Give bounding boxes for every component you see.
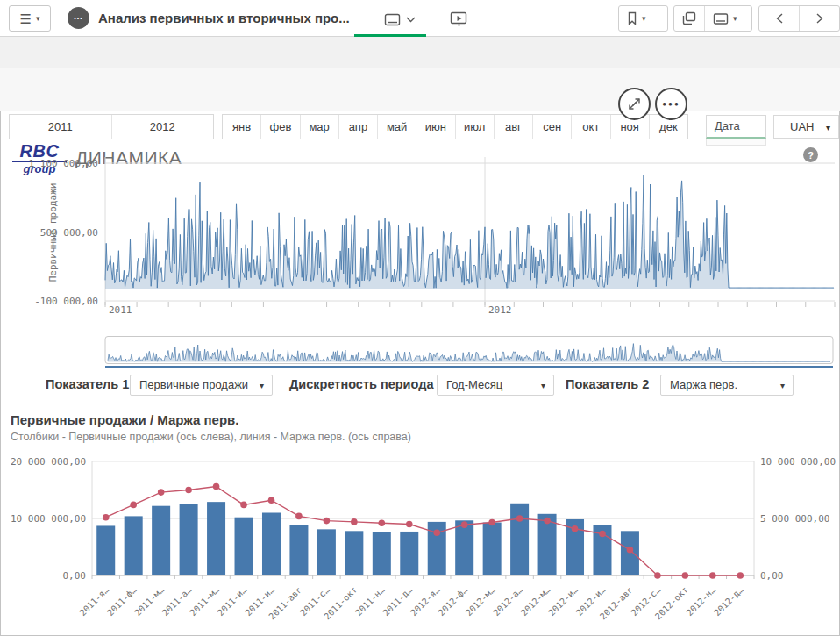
chart-options-button[interactable]: ●●● xyxy=(655,88,687,120)
duplicate-sheet-button[interactable] xyxy=(674,6,704,31)
period-label: Дискретность периода xyxy=(289,377,433,391)
previous-sheet-button[interactable] xyxy=(759,6,799,31)
month-cell-фев[interactable]: фев xyxy=(261,115,300,139)
monthly-combo-chart[interactable]: 20 000 000,0010 000 000,000,0010 000 000… xyxy=(0,449,840,636)
indicator2-label: Показатель 2 xyxy=(566,377,649,391)
month-cell-окт[interactable]: окт xyxy=(572,115,610,139)
svg-text:2012-м…: 2012-м… xyxy=(519,585,552,618)
marker-2011-фев[interactable] xyxy=(130,502,137,509)
marker-2011-апр[interactable] xyxy=(185,487,192,494)
period-value: Год-Месяц xyxy=(446,378,502,391)
bar-2011-июл[interactable] xyxy=(262,513,281,576)
marker-2012-авг[interactable] xyxy=(627,547,634,554)
bar-2012-фев[interactable] xyxy=(455,520,473,575)
bar-2011-янв[interactable] xyxy=(96,525,115,575)
bar-2011-ноя[interactable] xyxy=(373,532,391,575)
presentation-mode-icon[interactable] xyxy=(449,11,470,28)
marker-2011-дек[interactable] xyxy=(406,521,413,528)
current-sheet-button[interactable] xyxy=(377,9,423,30)
bar-2012-авг[interactable] xyxy=(621,531,639,575)
marker-2012-июл[interactable] xyxy=(599,531,606,538)
marker-2012-мар[interactable] xyxy=(488,519,495,526)
bar-2011-окт[interactable] xyxy=(345,531,363,575)
sheet-icon xyxy=(384,13,401,26)
app-title: Анализ первичных и вторичных про... xyxy=(98,0,350,37)
top-navbar: ☰ ▾ ••• Анализ первичных и вторичных про… xyxy=(0,0,840,37)
bar-2011-май[interactable] xyxy=(207,502,225,575)
marker-2011-июл[interactable] xyxy=(268,497,275,504)
svg-text:2012-а…: 2012-а… xyxy=(491,585,524,618)
month-cell-май[interactable]: май xyxy=(378,115,416,139)
marker-2012-фев[interactable] xyxy=(461,521,468,528)
bar-2011-сен[interactable] xyxy=(317,529,336,575)
svg-text:2012-н…: 2012-н… xyxy=(685,585,718,618)
marker-2011-ноя[interactable] xyxy=(379,519,386,526)
marker-2012-янв[interactable] xyxy=(433,529,440,536)
month-cell-июл[interactable]: июл xyxy=(456,115,495,139)
caret-down-icon: ▾ xyxy=(826,124,830,132)
marker-2012-окт[interactable] xyxy=(682,572,689,579)
month-cell-апр[interactable]: апр xyxy=(339,115,378,139)
marker-2012-сен[interactable] xyxy=(654,572,661,579)
bar-2011-фев[interactable] xyxy=(125,516,143,575)
marker-2011-июн[interactable] xyxy=(240,502,247,509)
period-dropdown[interactable]: Год-Месяц ▾ xyxy=(437,375,554,396)
year-cell-2011[interactable]: 2011 xyxy=(10,115,112,139)
marker-2012-май[interactable] xyxy=(544,518,551,525)
marker-2012-апр[interactable] xyxy=(516,515,523,522)
year-cell-2012[interactable]: 2012 xyxy=(112,115,214,139)
svg-text:1 100 000,00: 1 100 000,00 xyxy=(29,158,98,169)
app-thumbnail-icon: ••• xyxy=(68,7,89,29)
date-search-field[interactable]: Дата xyxy=(706,115,766,139)
selections-toolbar: Применены скрытые выборки Выборки xyxy=(0,37,840,68)
marker-2012-ноя[interactable] xyxy=(709,572,716,579)
month-cell-мар[interactable]: мар xyxy=(301,115,339,139)
daily-sales-line-chart[interactable]: 1 100 000,00500 000,00-100 000,002011201… xyxy=(0,145,840,325)
marker-2011-май[interactable] xyxy=(213,483,220,490)
indicator1-dropdown[interactable]: Первичные продажи ▾ xyxy=(130,375,273,396)
next-sheet-button[interactable] xyxy=(800,6,839,31)
marker-2011-янв[interactable] xyxy=(103,514,110,521)
navigator-scrollbar[interactable] xyxy=(105,366,833,368)
indicator2-dropdown[interactable]: Маржа перв. ▾ xyxy=(660,375,794,396)
chevron-down-icon xyxy=(406,17,416,23)
marker-2011-сен[interactable] xyxy=(324,518,331,525)
bookmark-icon xyxy=(627,11,637,25)
chevron-right-icon xyxy=(815,12,824,25)
date-search-underline xyxy=(706,139,766,146)
caret-down-icon: ▾ xyxy=(733,15,737,23)
month-filter-listbox: янвфевмарапрмайиюниюлавгсеноктноядек xyxy=(222,114,688,139)
svg-text:2011-д…: 2011-д… xyxy=(381,585,415,618)
caret-down-icon: ▾ xyxy=(642,15,646,23)
marker-2011-мар[interactable] xyxy=(158,489,165,496)
month-cell-янв[interactable]: янв xyxy=(223,115,261,139)
chart-navigator[interactable] xyxy=(0,333,840,372)
marker-2012-дек[interactable] xyxy=(737,572,744,579)
sheet-button-group: ▾ xyxy=(673,5,752,32)
bar-2012-мар[interactable] xyxy=(483,523,502,575)
sheet-list-button[interactable]: ▾ xyxy=(705,6,745,31)
month-cell-июн[interactable]: июн xyxy=(416,115,455,139)
svg-text:2011-а…: 2011-а… xyxy=(160,585,194,618)
expand-chart-button[interactable] xyxy=(618,88,651,120)
svg-text:5 000 000,00: 5 000 000,00 xyxy=(760,513,829,525)
marker-2011-авг[interactable] xyxy=(295,513,303,520)
bar-2011-мар[interactable] xyxy=(152,506,170,575)
svg-text:2011: 2011 xyxy=(109,304,132,316)
month-cell-авг[interactable]: авг xyxy=(495,115,533,139)
caret-down-icon: ▾ xyxy=(36,15,40,23)
bar-2011-авг[interactable] xyxy=(289,525,308,575)
bar-2012-апр[interactable] xyxy=(510,504,529,575)
qlik-dashboard-window: ☰ ▾ ••• Анализ первичных и вторичных про… xyxy=(0,0,840,636)
bookmark-button[interactable]: ▾ xyxy=(619,6,654,31)
month-cell-сен[interactable]: сен xyxy=(533,115,572,139)
marker-2012-июн[interactable] xyxy=(572,525,579,532)
marker-2011-окт[interactable] xyxy=(351,518,358,525)
combo-chart-title: Первичные продажи / Маржа перв. xyxy=(11,412,239,427)
bar-2011-апр[interactable] xyxy=(180,504,198,575)
bar-2011-дек[interactable] xyxy=(400,532,418,575)
currency-dropdown[interactable]: UAH ▾ xyxy=(773,115,839,139)
global-menu-button[interactable]: ☰ ▾ xyxy=(9,5,51,32)
bar-2011-июн[interactable] xyxy=(235,518,253,575)
chevron-left-icon xyxy=(775,12,784,25)
